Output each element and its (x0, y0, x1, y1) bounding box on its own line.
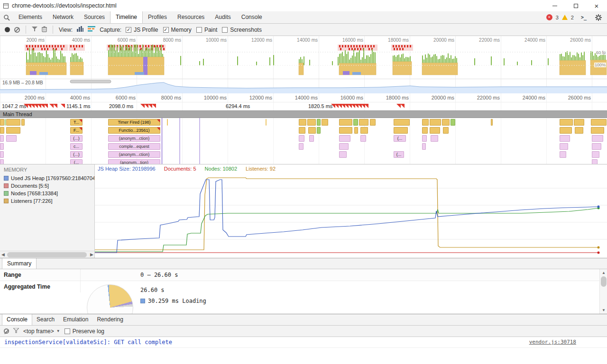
scroll-right-icon[interactable]: ▶ (90, 252, 93, 258)
flame-bar[interactable] (560, 143, 568, 150)
flame-bar[interactable] (575, 127, 583, 134)
timeline-overview[interactable]: 2000 ms4000 ms6000 ms8000 ms10000 ms1200… (0, 36, 607, 93)
flame-bar[interactable] (591, 119, 607, 126)
flame-bar[interactable] (422, 143, 426, 150)
flame-bar[interactable] (360, 127, 368, 134)
settings-button[interactable] (595, 14, 602, 21)
long-frame-marker[interactable] (61, 104, 65, 108)
console-filter-button[interactable] (13, 328, 19, 335)
flame-bar[interactable] (299, 135, 304, 142)
tab-console[interactable]: Console (236, 11, 267, 23)
flame-bar[interactable] (0, 143, 4, 150)
preserve-log-checkbox[interactable] (64, 328, 70, 334)
capture-option-memory[interactable]: ✓Memory (163, 27, 192, 33)
flame-bar[interactable] (299, 119, 306, 126)
long-frame-marker[interactable] (400, 104, 405, 108)
flame-bar[interactable] (299, 127, 305, 134)
flame-bar[interactable] (451, 119, 455, 126)
flame-bar[interactable]: comple...equest (108, 143, 160, 150)
tab-profiles[interactable]: Profiles (143, 11, 172, 23)
long-frame-marker[interactable] (152, 104, 156, 108)
capture-option-screenshots[interactable]: Screenshots (222, 27, 262, 33)
flame-bar[interactable]: (... (394, 151, 404, 158)
flame-view-button[interactable] (88, 26, 95, 33)
long-frame-marker[interactable] (364, 104, 368, 108)
capture-option-paint[interactable]: Paint (196, 27, 217, 33)
tab-summary[interactable]: Summary (2, 258, 37, 269)
flame-bar[interactable] (309, 135, 314, 142)
error-icon[interactable]: × (546, 14, 552, 20)
flame-bar[interactable]: (... (70, 159, 83, 164)
capture-option-js-profile[interactable]: ✓JS Profile (126, 27, 158, 33)
main-thread-header[interactable]: Main Thread (0, 110, 607, 118)
flame-bar[interactable] (359, 119, 368, 126)
flame-bar[interactable]: (anonym...ction) (108, 151, 160, 158)
flame-bar[interactable] (354, 127, 358, 134)
flame-bar[interactable]: c... (70, 143, 83, 150)
flame-bar[interactable] (592, 135, 603, 142)
scroll-left-icon[interactable]: ◀ (1, 252, 5, 258)
scroll-up-icon[interactable]: ▲ (600, 271, 607, 275)
clear-button[interactable] (14, 27, 20, 33)
flame-bar[interactable] (360, 135, 366, 142)
console-tab-console[interactable]: Console (2, 314, 32, 325)
flame-bar[interactable] (339, 127, 352, 134)
flame-bar[interactable] (442, 119, 450, 126)
tab-timeline[interactable]: Timeline (110, 11, 143, 23)
legend-item[interactable]: Used JS Heap [17697560:21840704] (0, 174, 94, 182)
flame-bar[interactable]: T... (70, 119, 83, 126)
flame-bar[interactable] (394, 127, 408, 134)
legend-item[interactable]: Documents [5:5] (0, 182, 94, 190)
console-tab-search[interactable]: Search (32, 314, 59, 325)
horizontal-scrollbar[interactable]: ◀ ▶ (0, 251, 95, 258)
flame-bar[interactable] (422, 135, 427, 142)
checkbox-icon[interactable]: ✓ (126, 27, 131, 33)
flame-bar[interactable] (339, 151, 347, 158)
tab-elements[interactable]: Elements (13, 11, 47, 23)
flame-bar[interactable] (308, 127, 316, 134)
vertical-scrollbar[interactable]: ▲ ▼ (599, 269, 607, 314)
flame-bar[interactable] (5, 119, 6, 126)
flame-bar[interactable] (430, 127, 440, 134)
flame-bar[interactable] (591, 127, 604, 134)
flame-bar[interactable] (560, 151, 566, 158)
console-tab-emulation[interactable]: Emulation (59, 314, 92, 325)
flame-bar[interactable]: (anonym...tion) (108, 159, 160, 164)
flame-bar[interactable]: Functio...23561) (108, 127, 160, 134)
legend-item[interactable]: Nodes [7658:13384] (0, 190, 94, 197)
long-frame-marker[interactable] (53, 104, 57, 108)
tab-audits[interactable]: Audits (210, 11, 236, 23)
scrollbar-thumb[interactable] (601, 276, 607, 287)
clear-console-button[interactable] (4, 328, 9, 334)
checkbox-icon[interactable]: ✓ (163, 27, 169, 33)
flame-bar[interactable] (0, 151, 4, 158)
checkbox-icon[interactable] (196, 27, 202, 33)
flame-bar[interactable] (592, 143, 601, 150)
frame-context-select[interactable]: <top frame> ▼ (23, 328, 60, 335)
flame-bar[interactable] (370, 119, 376, 126)
flame-bar[interactable] (0, 127, 4, 134)
flame-bar[interactable]: (...) (70, 151, 83, 158)
flame-bar[interactable] (6, 127, 20, 134)
scroll-down-icon[interactable]: ▼ (600, 308, 607, 312)
flame-bar[interactable] (560, 135, 570, 142)
flame-bar[interactable] (307, 119, 316, 126)
flame-bar[interactable]: F... (70, 127, 83, 134)
maximize-button[interactable] (565, 0, 586, 11)
flame-bar[interactable] (394, 119, 410, 126)
events-view-button[interactable] (77, 26, 83, 33)
tab-sources[interactable]: Sources (79, 11, 110, 23)
search-button[interactable] (0, 11, 13, 23)
flame-bar[interactable]: (anonym...ction) (108, 135, 160, 142)
preserve-log-option[interactable]: Preserve log (64, 328, 104, 335)
flame-chart[interactable]: T...Timer Fired (198)F...Functio...23561… (0, 118, 607, 164)
flame-bar[interactable] (339, 119, 352, 126)
flame-bar[interactable] (430, 119, 441, 126)
flame-bar[interactable]: (...) (70, 135, 83, 142)
flame-bar[interactable] (560, 119, 573, 126)
flame-bar[interactable] (0, 135, 4, 142)
flame-bar[interactable] (422, 119, 429, 126)
flame-bar[interactable]: Timer Fired (198) (108, 119, 160, 126)
warning-icon[interactable] (562, 15, 568, 20)
checkbox-icon[interactable] (222, 27, 228, 33)
